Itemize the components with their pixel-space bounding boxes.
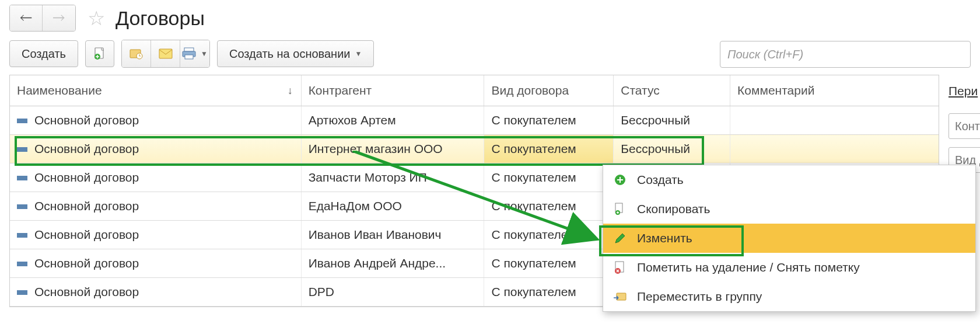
- printer-icon: [182, 47, 196, 60]
- chevron-down-icon: ▼: [201, 50, 208, 58]
- print-button[interactable]: ▼: [180, 40, 209, 67]
- col-contract-type[interactable]: Вид договора: [484, 75, 614, 106]
- item-icon: [17, 204, 27, 209]
- page-delete-icon: [612, 260, 628, 275]
- svg-rect-13: [617, 293, 626, 300]
- create-button[interactable]: Создать: [9, 40, 78, 67]
- menu-move-to-group[interactable]: Переместить в группу: [603, 282, 975, 311]
- arrow-right-icon: 🡒: [52, 11, 65, 26]
- create-based-on-label: Создать на основании: [229, 47, 351, 61]
- email-button[interactable]: [151, 40, 180, 67]
- folder-clock-icon: [130, 47, 144, 60]
- item-icon: [17, 262, 27, 266]
- table-row[interactable]: Основной договор Артюхов Артем С покупат…: [10, 106, 939, 135]
- col-comment[interactable]: Комментарий: [730, 75, 939, 106]
- sort-indicator-icon: ↓: [288, 85, 293, 97]
- item-icon: [17, 147, 27, 152]
- folder-move-icon: [612, 289, 628, 304]
- menu-edit[interactable]: Изменить: [603, 224, 975, 253]
- counterparty-filter-input[interactable]: [949, 113, 980, 139]
- folder-clock-button[interactable]: [122, 40, 151, 67]
- search-input[interactable]: [720, 41, 971, 68]
- svg-rect-7: [185, 55, 193, 59]
- chevron-down-icon: ▼: [355, 50, 362, 58]
- arrow-left-icon: 🡐: [20, 11, 33, 26]
- item-icon: [17, 176, 27, 180]
- table-header-row: Наименование↓ Контрагент Вид договора Ст…: [10, 75, 939, 106]
- menu-copy[interactable]: Скопировать: [603, 194, 975, 224]
- envelope-icon: [159, 48, 173, 59]
- col-counterparty[interactable]: Контрагент: [301, 75, 484, 106]
- period-link[interactable]: Пери: [949, 77, 980, 105]
- back-button[interactable]: 🡐: [10, 5, 43, 31]
- create-based-on-button[interactable]: Создать на основании ▼: [217, 40, 374, 67]
- col-status[interactable]: Статус: [614, 75, 730, 106]
- item-icon: [17, 119, 27, 123]
- side-filter-panel: Пери: [949, 77, 980, 173]
- col-name[interactable]: Наименование↓: [10, 75, 301, 106]
- svg-rect-5: [184, 48, 194, 51]
- pencil-icon: [612, 231, 628, 246]
- forward-button[interactable]: 🡒: [43, 5, 75, 31]
- table-row-selected[interactable]: Основной договор Интернет магазин ООО С …: [10, 135, 939, 163]
- nav-buttons: 🡐 🡒: [9, 5, 76, 32]
- item-icon: [17, 233, 27, 238]
- new-item-icon-button[interactable]: [85, 40, 114, 67]
- menu-create[interactable]: Создать: [603, 165, 975, 194]
- item-icon: [17, 290, 27, 295]
- context-menu: Создать Скопировать Изменить Пометить на…: [603, 165, 976, 312]
- page-copy-icon: [612, 201, 628, 217]
- plus-circle-icon: [612, 172, 628, 187]
- favorite-star-icon[interactable]: ☆: [88, 8, 105, 28]
- page-plus-icon: [93, 47, 106, 60]
- svg-rect-4: [159, 49, 172, 58]
- page-title: Договоры: [116, 7, 205, 30]
- menu-mark-delete[interactable]: Пометить на удаление / Снять пометку: [603, 253, 975, 282]
- icon-button-group: ▼: [121, 40, 210, 68]
